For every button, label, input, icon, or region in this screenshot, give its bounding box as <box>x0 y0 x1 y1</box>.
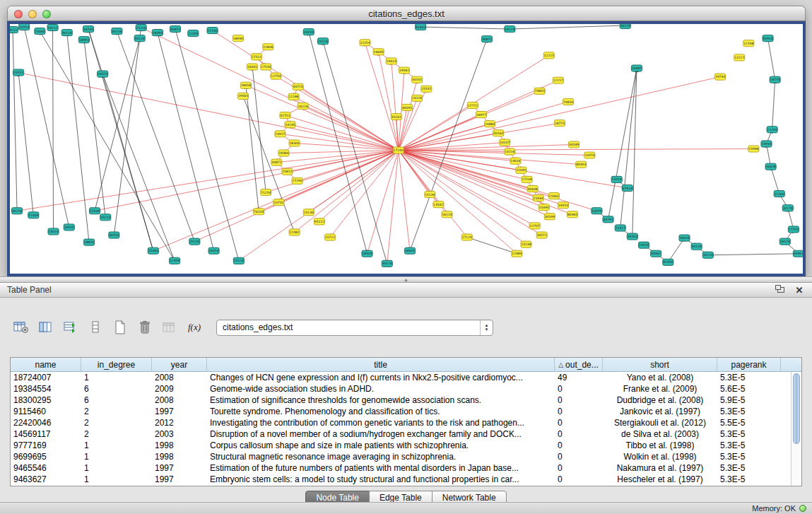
graph-node[interactable] <box>275 131 286 137</box>
table-cell[interactable]: 1 <box>81 462 152 474</box>
table-cell[interactable]: 2003 <box>152 428 207 440</box>
graph-node[interactable] <box>493 130 504 136</box>
graph-node[interactable] <box>433 201 444 208</box>
graph-node[interactable] <box>252 54 262 60</box>
graph-node[interactable] <box>170 26 181 33</box>
graph-node[interactable] <box>271 159 282 165</box>
table-cell[interactable]: 1997 <box>152 462 207 474</box>
import-table-icon[interactable] <box>160 317 180 337</box>
table-cell[interactable]: Tourette syndrome. Phenomenology and cla… <box>207 406 555 417</box>
graph-node[interactable] <box>521 241 531 247</box>
table-cell[interactable]: Tibbo et al. (1998) <box>603 440 717 451</box>
table-cell[interactable]: 0 <box>555 474 603 485</box>
graph-node[interactable] <box>188 30 199 37</box>
table-cell[interactable]: 0 <box>555 406 603 417</box>
table-row[interactable]: 911546021997Tourette syndrome. Phenomeno… <box>11 406 791 417</box>
close-panel-icon[interactable]: ✕ <box>794 285 805 295</box>
table-cell[interactable]: 5.3E-5 <box>717 440 781 451</box>
graph-node[interactable] <box>539 204 549 211</box>
graph-node[interactable] <box>303 209 314 216</box>
table-vertical-scrollbar[interactable] <box>791 372 801 486</box>
column-header-year[interactable]: year <box>152 358 207 371</box>
graph-node[interactable] <box>314 218 324 225</box>
graph-node[interactable] <box>292 177 302 184</box>
table-cell[interactable]: Corpus callosum shape and size in male p… <box>207 440 555 451</box>
graph-node[interactable] <box>98 71 108 77</box>
graph-node[interactable] <box>767 127 777 133</box>
graph-node[interactable] <box>534 88 545 94</box>
graph-node[interactable] <box>324 234 335 240</box>
table-cell[interactable]: 49 <box>555 372 603 383</box>
graph-node[interactable] <box>393 147 404 153</box>
table-cell[interactable]: 5.3E-5 <box>717 474 781 485</box>
graph-node[interactable] <box>13 69 24 76</box>
graph-node[interactable] <box>233 35 243 42</box>
graph-node[interactable] <box>278 150 289 156</box>
table-cell[interactable]: 5.5E-5 <box>717 417 781 428</box>
graph-node[interactable] <box>554 120 565 127</box>
graph-node[interactable] <box>691 243 702 250</box>
graph-node[interactable] <box>761 141 772 147</box>
graph-node[interactable] <box>412 95 423 101</box>
table-cell[interactable]: 0 <box>555 440 603 451</box>
graph-node[interactable] <box>261 64 271 70</box>
table-cell[interactable]: 2009 <box>152 383 207 395</box>
table-cell[interactable]: Estimation of the future numbers of pati… <box>207 462 555 474</box>
graph-node[interactable] <box>584 152 595 158</box>
graph-node[interactable] <box>663 259 673 265</box>
graph-node[interactable] <box>734 54 745 61</box>
graph-node[interactable] <box>622 185 632 191</box>
graph-node[interactable] <box>544 214 555 220</box>
graph-node[interactable] <box>240 82 251 88</box>
function-builder-icon[interactable]: f(x) <box>184 317 204 337</box>
table-cell[interactable]: 6 <box>81 395 152 406</box>
graph-node[interactable] <box>61 30 72 36</box>
zoom-window-button[interactable] <box>42 10 51 18</box>
table-source-combobox[interactable]: citations_edges.txt ▲▼ <box>216 320 493 336</box>
table-cell[interactable]: 0 <box>555 383 603 395</box>
graph-node[interactable] <box>702 252 713 258</box>
graph-node[interactable] <box>317 38 328 45</box>
graph-node[interactable] <box>467 102 478 108</box>
table-cell[interactable]: 9699695 <box>11 451 81 462</box>
graph-node[interactable] <box>516 167 526 173</box>
close-window-button[interactable] <box>14 10 23 18</box>
graph-node[interactable] <box>288 93 299 100</box>
graph-node[interactable] <box>576 161 587 168</box>
graph-node[interactable] <box>714 74 725 80</box>
table-cell[interactable]: Disruption of a novel member of a sodium… <box>207 428 555 440</box>
graph-node[interactable] <box>263 44 273 50</box>
graph-node[interactable] <box>620 24 630 29</box>
table-row[interactable]: 1938455462009Genome-wide association stu… <box>11 383 791 395</box>
table-cell[interactable]: Structural magnetic resonance image aver… <box>207 451 555 462</box>
table-cell[interactable]: 6 <box>81 383 152 395</box>
graph-node[interactable] <box>774 191 784 197</box>
table-cell[interactable]: 1998 <box>152 440 207 451</box>
graph-node[interactable] <box>743 40 754 47</box>
table-cell[interactable]: Estimation of significance thresholds fo… <box>207 395 555 406</box>
table-cell[interactable]: 0 <box>555 417 603 428</box>
table-cell[interactable]: 1 <box>81 451 152 462</box>
graph-node[interactable] <box>592 208 602 214</box>
table-cell[interactable]: 1 <box>81 474 152 485</box>
graph-node[interactable] <box>136 25 146 31</box>
table-cell[interactable]: 5.3E-5 <box>717 406 781 417</box>
minimize-window-button[interactable] <box>28 10 37 18</box>
graph-node[interactable] <box>293 83 303 90</box>
graph-node[interactable] <box>391 114 401 120</box>
column-header-title[interactable]: title <box>207 358 555 371</box>
graph-node[interactable] <box>373 49 384 55</box>
table-cell[interactable]: 5.6E-5 <box>717 383 781 395</box>
column-header-name[interactable]: name <box>11 358 81 371</box>
graph-node[interactable] <box>512 250 522 257</box>
graph-node[interactable] <box>442 211 452 218</box>
graph-node[interactable] <box>543 52 554 59</box>
graph-node[interactable] <box>285 122 295 128</box>
table-row[interactable]: 946554611997Estimation of the future num… <box>11 462 791 474</box>
table-cell[interactable]: Nakamura et al. (1997) <box>603 462 717 474</box>
graph-node[interactable] <box>280 112 290 119</box>
table-cell[interactable]: 5.3E-5 <box>717 462 781 474</box>
graph-node[interactable] <box>416 24 426 30</box>
table-cell[interactable]: Investigating the contribution of common… <box>207 417 555 428</box>
graph-node[interactable] <box>247 64 257 70</box>
